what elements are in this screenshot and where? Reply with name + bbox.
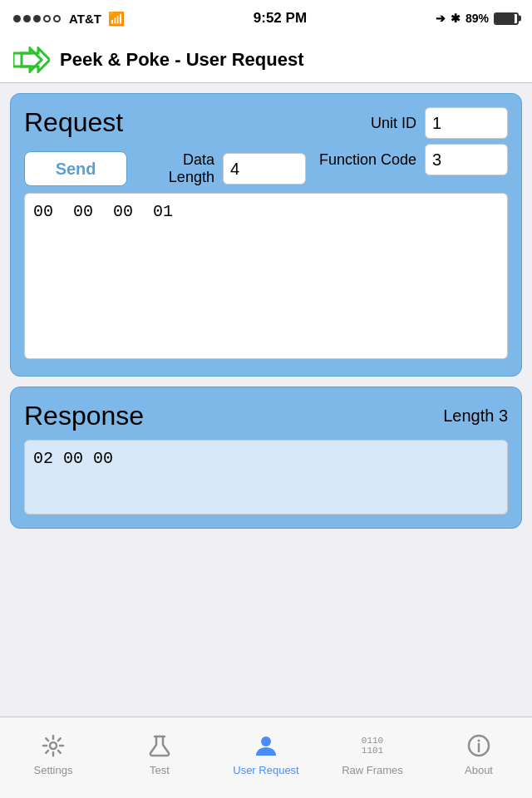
test-icon [147, 733, 172, 758]
function-code-input[interactable] [425, 144, 508, 175]
nav-title: Peek & Poke - User Request [60, 49, 303, 71]
status-left: AT&T 📶 [13, 11, 125, 27]
tab-raw-frames-label: Raw Frames [342, 764, 403, 776]
tab-settings-label: Settings [34, 764, 73, 776]
raw-frames-icon-container: 01101101 [357, 731, 387, 761]
signal-dots [13, 15, 61, 22]
location-icon: ➔ [436, 12, 446, 25]
function-code-label: Function Code [319, 151, 416, 169]
tab-user-request[interactable]: User Request [213, 731, 319, 776]
data-length-label: Data Length [140, 151, 214, 186]
request-data-textarea[interactable]: 00 00 00 01 [24, 193, 508, 359]
wifi-icon: 📶 [108, 11, 125, 27]
bluetooth-icon: ✱ [451, 12, 461, 25]
response-data-display: 02 00 00 [24, 440, 508, 515]
tab-user-request-label: User Request [233, 764, 298, 776]
dot2 [23, 15, 31, 22]
tab-test[interactable]: Test [106, 731, 213, 776]
function-code-row: Function Code [319, 144, 508, 175]
tab-settings[interactable]: Settings [0, 731, 106, 776]
request-title: Request [24, 107, 306, 138]
about-icon [466, 733, 491, 758]
response-title: Response [24, 401, 144, 431]
dot5 [53, 15, 61, 22]
battery-fill [495, 14, 515, 23]
settings-icon-container [38, 731, 68, 761]
status-right: ➔ ✱ 89% [436, 12, 519, 25]
svg-point-7 [478, 740, 480, 742]
status-time: 9:52 PM [254, 10, 307, 27]
unit-id-input[interactable] [425, 107, 508, 139]
response-length: Length 3 [443, 406, 508, 426]
tab-about-label: About [465, 764, 493, 776]
user-request-icon [253, 732, 279, 759]
test-icon-container [145, 731, 175, 761]
tab-test-label: Test [150, 764, 170, 776]
send-section: Send Data Length [24, 151, 306, 186]
dot3 [33, 15, 41, 22]
carrier-label: AT&T [69, 12, 101, 26]
settings-icon [41, 733, 66, 758]
send-button[interactable]: Send [24, 151, 127, 186]
nav-bar: Peek & Poke - User Request [0, 37, 532, 83]
request-card: Request Send Data Length Unit ID [10, 93, 522, 377]
status-bar: AT&T 📶 9:52 PM ➔ ✱ 89% [0, 0, 532, 37]
raw-frames-icon: 01101101 [362, 736, 383, 756]
svg-point-2 [50, 742, 57, 749]
battery-percent: 89% [466, 12, 489, 25]
user-request-icon-container [251, 731, 281, 761]
unit-id-label: Unit ID [371, 115, 416, 132]
unit-function-fields: Unit ID Function Code [319, 107, 508, 175]
data-length-row: Data Length [140, 151, 306, 186]
tab-about[interactable]: About [426, 731, 532, 776]
battery-icon [494, 12, 519, 25]
tab-bar: Settings Test User Request 01101101 Raw … [0, 717, 532, 798]
dot4 [43, 15, 51, 22]
tab-raw-frames[interactable]: 01101101 Raw Frames [319, 731, 426, 776]
data-length-input[interactable] [223, 153, 306, 185]
unit-id-row: Unit ID [319, 107, 508, 139]
svg-marker-1 [22, 48, 50, 71]
about-icon-container [464, 731, 494, 761]
response-header: Response Length 3 [24, 401, 508, 431]
svg-point-4 [261, 736, 271, 746]
content-area: Request Send Data Length Unit ID [0, 83, 532, 717]
app-logo [13, 47, 50, 73]
dot1 [13, 15, 21, 22]
response-card: Response Length 3 02 00 00 [10, 387, 522, 529]
